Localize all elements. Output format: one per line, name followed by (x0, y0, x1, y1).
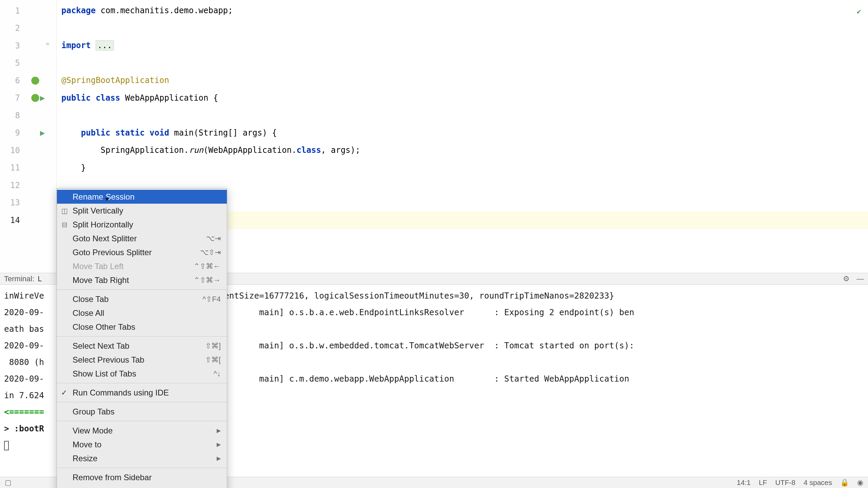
menu-label: Rename Session (73, 192, 135, 202)
run-icon[interactable]: ▶ (40, 93, 50, 103)
menu-run-commands-using-ide[interactable]: ✓Run Commands using IDE (57, 386, 227, 400)
menu-view-mode[interactable]: View Mode▶ (57, 424, 227, 438)
split-horizontal-icon: ⊟ (60, 221, 68, 229)
gutter-line-2[interactable]: 2 (0, 20, 56, 37)
minimize-icon[interactable]: — (856, 274, 864, 283)
menu-shortcut: ⌃⇧⌘→ (194, 276, 221, 285)
terminal-tab-partial[interactable]: L (38, 274, 42, 283)
terminal-line: 2020-09- (4, 341, 44, 350)
menu-close-all[interactable]: Close All (57, 306, 227, 320)
run-icon[interactable]: ▶ (40, 128, 50, 138)
lock-icon[interactable]: 🔒 (840, 479, 849, 487)
package-name: com.mechanitis.demo.webapp; (96, 6, 233, 15)
file-encoding[interactable]: UTF-8 (775, 479, 795, 487)
gutter-line-5[interactable]: 5 (0, 55, 56, 72)
line-number: 2 (15, 23, 20, 33)
gutter-line-11[interactable]: 11 (0, 159, 56, 177)
line-number: 14 (10, 216, 20, 225)
terminal-task: :bootR (14, 424, 44, 433)
menu-split-horizontally[interactable]: ⊟Split Horizontally (57, 218, 227, 231)
gutter-line-8[interactable]: 8 (0, 107, 56, 124)
line-number: 5 (15, 58, 20, 68)
terminal-line: 2020-09- (4, 374, 44, 384)
menu-label: Close All (73, 308, 104, 318)
tool-windows-icon[interactable]: ▢ (5, 479, 12, 487)
menu-close-tab[interactable]: Close Tab^⇧F4 (57, 292, 227, 306)
line-number: 9 (15, 128, 20, 138)
spring-icon[interactable] (31, 93, 40, 103)
gutter-line-1[interactable]: 1 (0, 2, 56, 20)
menu-label: Move Tab Right (73, 276, 129, 285)
line-ending[interactable]: LF (759, 479, 767, 487)
terminal-prompt: > (4, 424, 14, 433)
menu-label: Move Tab Left (73, 262, 123, 271)
menu-label: Close Other Tabs (73, 322, 135, 332)
menu-resize[interactable]: Resize▶ (57, 451, 227, 465)
gutter-line-7[interactable]: 7 ▶ (0, 89, 56, 107)
gutter-line-9[interactable]: 9 ▶ (0, 124, 56, 142)
menu-rename-session[interactable]: Rename Session (57, 190, 227, 204)
inspection-profile-icon[interactable]: ◉ (857, 479, 863, 487)
keyword: public (61, 93, 91, 103)
chevron-right-icon: ▶ (217, 455, 221, 462)
gutter-line-12[interactable]: 12 (0, 177, 56, 194)
gutter-line-13[interactable]: 13 (0, 194, 56, 212)
terminal-line: 6 --- [ main] c.m.demo.webapp.WebAppAppl… (169, 374, 634, 384)
menu-goto-prev-splitter[interactable]: Goto Previous Splitter⌥⇧⇥ (57, 245, 227, 259)
menu-shortcut: ⌥⇥ (206, 234, 221, 243)
svg-point-0 (31, 77, 39, 84)
settings-icon[interactable]: ⚙ (843, 274, 850, 283)
menu-separator (57, 468, 227, 468)
chevron-right-icon: ▶ (217, 441, 221, 448)
terminal-line: 2020-09- (4, 307, 44, 317)
menu-separator (57, 336, 227, 337)
annotation: @SpringBootApplication (61, 76, 169, 85)
line-number: 11 (10, 163, 20, 172)
menu-label: Split Horizontally (73, 220, 133, 229)
menu-shortcut: ⇧⌘[ (205, 355, 221, 364)
menu-shortcut: ⌃⇧⌘← (194, 262, 221, 271)
keyword: import (61, 41, 91, 50)
terminal-title: Terminal: (4, 274, 34, 283)
menu-label: Show List of Tabs (73, 369, 136, 379)
indent-setting[interactable]: 4 spaces (804, 479, 832, 487)
check-icon: ✓ (61, 388, 67, 397)
line-number: 12 (10, 181, 20, 190)
spring-icon[interactable] (31, 76, 40, 85)
code-text: } (57, 159, 868, 177)
menu-hide[interactable]: Hide⇧⎋ (57, 484, 227, 488)
menu-close-other-tabs[interactable]: Close Other Tabs (57, 320, 227, 334)
menu-remove-from-sidebar[interactable]: Remove from Sidebar (57, 470, 227, 484)
menu-move-tab-right[interactable]: Move Tab Right⌃⇧⌘→ (57, 273, 227, 287)
menu-split-vertically[interactable]: ◫Split Vertically (57, 204, 227, 218)
gutter-line-3[interactable]: 3 ⊞ (0, 37, 56, 55)
gutter: 1 2 3 ⊞ 5 6 7 ▶ 8 9 ▶ 10 11 12 13 14 (0, 0, 57, 273)
code-text: SpringApplication. (61, 145, 189, 155)
menu-shortcut: ⌥⇧⇥ (200, 248, 221, 257)
menu-move-to[interactable]: Move to▶ (57, 438, 227, 451)
menu-shortcut: ⇧⌘] (205, 342, 221, 350)
method-sig: main(String[] args) { (169, 128, 277, 138)
menu-group-tabs[interactable]: Group Tabs (57, 405, 227, 419)
fold-icon[interactable]: ⊞ (46, 41, 56, 50)
menu-separator (57, 421, 227, 421)
import-fold[interactable]: ... (96, 40, 114, 50)
menu-label: Goto Previous Splitter (73, 248, 152, 257)
menu-goto-next-splitter[interactable]: Goto Next Splitter⌥⇥ (57, 231, 227, 245)
code-text: , args); (321, 145, 360, 155)
line-number: 6 (15, 76, 20, 85)
menu-select-prev-tab[interactable]: Select Previous Tab⇧⌘[ (57, 353, 227, 367)
gutter-line-6[interactable]: 6 (0, 72, 56, 89)
menu-label: Run Commands using IDE (73, 388, 169, 398)
terminal-progress: <======= (4, 407, 44, 417)
keyword: class (297, 145, 321, 155)
gutter-line-14[interactable]: 14 (0, 211, 56, 229)
gutter-line-10[interactable]: 10 (0, 142, 56, 159)
menu-label: View Mode (73, 426, 113, 435)
menu-label: Group Tabs (73, 407, 115, 416)
menu-select-next-tab[interactable]: Select Next Tab⇧⌘] (57, 339, 227, 353)
chevron-right-icon: ▶ (217, 427, 221, 434)
inspection-ok-icon[interactable]: ✔ (857, 3, 861, 20)
menu-show-list-of-tabs[interactable]: Show List of Tabs^↓ (57, 367, 227, 381)
caret-position[interactable]: 14:1 (737, 479, 751, 487)
